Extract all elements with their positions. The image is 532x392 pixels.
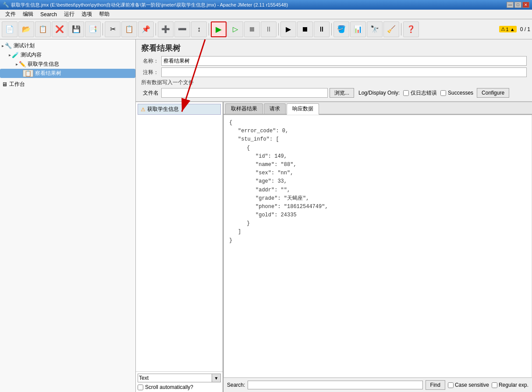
text-dropdown[interactable] bbox=[138, 374, 212, 382]
comment-input[interactable] bbox=[161, 67, 527, 77]
listener-icon: 📋 bbox=[23, 70, 33, 77]
copy-button[interactable]: 📋 bbox=[121, 21, 137, 37]
cut-button[interactable]: ✂ bbox=[105, 21, 121, 37]
name-row: 名称： bbox=[141, 56, 527, 66]
save-as-button[interactable]: 📑 bbox=[85, 21, 101, 37]
tab-response-data[interactable]: 响应数据 bbox=[287, 103, 319, 115]
search-input[interactable] bbox=[248, 381, 422, 389]
case-sensitive-checkbox[interactable] bbox=[448, 382, 454, 388]
main-layout: ▸ 🔧 测试计划 ▸ 🧪 测试内容 ▸ ✏️ 获取学生信息 📋 bbox=[0, 39, 532, 392]
menu-file[interactable]: 文件 bbox=[2, 10, 19, 19]
result-item[interactable]: ⚠ 获取学生信息 bbox=[138, 104, 221, 115]
sidebar-item-label: 测试计划 bbox=[14, 42, 35, 49]
log-controls: Log/Display Only: 仅日志错误 Successes Config… bbox=[358, 88, 509, 98]
toggle-button[interactable]: ↕ bbox=[191, 21, 207, 37]
menu-edit[interactable]: 编辑 bbox=[19, 10, 37, 19]
warning-icon: ⚠ bbox=[501, 26, 505, 32]
sidebar-item-listener[interactable]: 📋 察看结果树 bbox=[0, 69, 135, 78]
result-list-content: ⚠ 获取学生信息 bbox=[136, 102, 223, 371]
dropdown-arrow[interactable]: ▼ bbox=[212, 374, 221, 382]
case-sensitive-label: Case sensitive bbox=[455, 382, 489, 388]
name-label: 名称： bbox=[141, 57, 159, 65]
open-button[interactable]: 📂 bbox=[18, 21, 34, 37]
log-errors-checkbox[interactable] bbox=[403, 90, 409, 96]
json-line-7: "sex": "nn", bbox=[229, 169, 526, 177]
json-line-15: } bbox=[229, 237, 526, 245]
menu-options[interactable]: 选项 bbox=[78, 10, 96, 19]
remote-stop-now-button[interactable]: ⏸ bbox=[314, 21, 330, 37]
case-sensitive-row: Case sensitive bbox=[448, 382, 489, 388]
successes-checkbox[interactable] bbox=[440, 90, 446, 96]
close-file-button[interactable]: ❌ bbox=[52, 21, 67, 37]
sidebar-item-label: 工作台 bbox=[9, 81, 25, 88]
search-button[interactable]: 🔭 bbox=[367, 21, 383, 37]
remote-stop-button[interactable]: ⏹ bbox=[297, 21, 313, 37]
regex-label: Regular exp. bbox=[499, 382, 528, 388]
json-line-14: ] bbox=[229, 228, 526, 236]
name-input[interactable] bbox=[161, 56, 527, 66]
tabs: 取样器结果 请求 响应数据 bbox=[223, 102, 532, 115]
menubar: 文件 编辑 Search 运行 选项 帮助 bbox=[0, 10, 532, 19]
panel-header: 察看结果树 名称： 注释： 所有数据写入一个文件 文件名 浏览... Log/D… bbox=[136, 39, 532, 102]
stop-now-button[interactable]: ⏸ bbox=[261, 21, 277, 37]
result-list-footer: ▼ Scroll automatically? bbox=[136, 371, 223, 392]
toolbar-sep1 bbox=[103, 23, 103, 35]
json-line-2: "error_code": 0, bbox=[229, 127, 526, 135]
toolbar-right: ⚠ 1 ▲ 0 / 1 bbox=[499, 26, 530, 32]
expand-button[interactable]: ➕ bbox=[158, 21, 174, 37]
scroll-auto-label: Scroll automatically? bbox=[145, 384, 193, 390]
save-button[interactable]: 💾 bbox=[68, 21, 84, 37]
file-input[interactable] bbox=[161, 88, 328, 98]
successes-label: Successes bbox=[448, 90, 473, 96]
warning-icon: ⚠ bbox=[141, 106, 145, 113]
clear-button[interactable]: 🧹 bbox=[383, 21, 399, 37]
remote-start-button[interactable]: ▶ bbox=[280, 21, 296, 37]
titlebar: 🔧 获取学生信息.jmx (E:\besttest\python\python自… bbox=[0, 0, 532, 10]
toolbar-sep2 bbox=[156, 23, 156, 35]
json-line-4: { bbox=[229, 144, 526, 152]
chart-button[interactable]: 📊 bbox=[350, 21, 366, 37]
close-button[interactable]: ✕ bbox=[522, 2, 529, 8]
maximize-button[interactable]: □ bbox=[514, 2, 521, 8]
regex-checkbox[interactable] bbox=[492, 382, 497, 388]
scroll-auto-checkbox[interactable] bbox=[138, 385, 143, 390]
collapse-button[interactable]: ➖ bbox=[174, 21, 190, 37]
tab-request[interactable]: 请求 bbox=[264, 103, 286, 114]
template-button[interactable]: 📋 bbox=[35, 21, 51, 37]
toolbar-sep4 bbox=[278, 23, 279, 35]
warning-count: 1 ▲ bbox=[506, 27, 515, 32]
group-icon: 🧪 bbox=[12, 52, 19, 58]
comment-row: 注释： bbox=[141, 67, 527, 77]
sidebar-item-test-plan[interactable]: ▸ 🔧 测试计划 bbox=[0, 41, 135, 50]
run-no-pause-button[interactable]: ▷ bbox=[227, 21, 243, 37]
tab-sampler-results[interactable]: 取样器结果 bbox=[225, 103, 263, 114]
counter-display: 0 / 1 bbox=[520, 26, 530, 32]
run-button[interactable]: ▶ bbox=[211, 21, 227, 37]
paste-button[interactable]: 📌 bbox=[138, 21, 154, 37]
stop-button[interactable]: ⏹ bbox=[244, 21, 260, 37]
sidebar-item-test-group[interactable]: ▸ 🧪 测试内容 bbox=[0, 50, 135, 60]
titlebar-icon: 🔧 bbox=[3, 2, 9, 8]
analyze-button[interactable]: 🪣 bbox=[333, 21, 349, 37]
successes-check-row: Successes bbox=[440, 90, 473, 96]
menu-help[interactable]: 帮助 bbox=[96, 10, 113, 19]
menu-search[interactable]: Search bbox=[37, 11, 60, 18]
find-button[interactable]: Find bbox=[426, 380, 445, 390]
scroll-auto-row: Scroll automatically? bbox=[138, 384, 221, 390]
sidebar-item-workbench[interactable]: 🖥 工作台 bbox=[0, 80, 135, 89]
search-bar: Search: Find Case sensitive Regular exp. bbox=[223, 378, 532, 392]
content-area: ⚠ 获取学生信息 ▼ Scroll automatically? bbox=[136, 102, 532, 392]
new-button[interactable]: 📄 bbox=[2, 21, 18, 37]
browse-button[interactable]: 浏览... bbox=[330, 88, 354, 98]
menu-run[interactable]: 运行 bbox=[60, 10, 78, 19]
help-button[interactable]: ❓ bbox=[403, 21, 419, 37]
result-item-label: 获取学生信息 bbox=[147, 106, 179, 113]
json-line-8: "age": 33, bbox=[229, 177, 526, 186]
regex-row: Regular exp. bbox=[492, 382, 528, 388]
minimize-button[interactable]: — bbox=[507, 2, 514, 8]
configure-button[interactable]: Configure bbox=[477, 88, 509, 98]
plan-icon: 🔧 bbox=[5, 42, 12, 49]
sampler-icon: ✏️ bbox=[19, 61, 26, 67]
sidebar-item-sampler[interactable]: ▸ ✏️ 获取学生信息 bbox=[0, 60, 135, 69]
file-label: 文件名 bbox=[141, 89, 159, 97]
